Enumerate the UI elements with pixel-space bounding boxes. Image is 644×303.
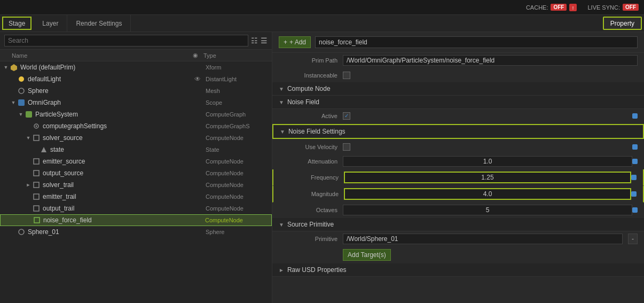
primitive-dash-btn[interactable]: - xyxy=(628,234,638,244)
use-velocity-row: Use Velocity xyxy=(272,140,644,154)
expand-icon xyxy=(25,193,32,200)
tree-row[interactable]: output_trail ComputeNode xyxy=(0,203,272,214)
section-raw-usd[interactable]: ► Raw USD Properties xyxy=(272,263,644,277)
tree-row[interactable]: Sphere Mesh xyxy=(0,85,272,97)
frequency-value-area xyxy=(344,172,631,183)
use-velocity-value-area xyxy=(343,143,632,151)
section-noise-field-settings[interactable]: ▼ Noise Field Settings xyxy=(272,124,644,139)
expand-icon[interactable]: ▼ xyxy=(10,99,17,106)
top-bar: CACHE: OFF ! LIVE SYNC: OFF xyxy=(0,0,644,15)
svg-rect-14 xyxy=(34,194,39,199)
tree-row[interactable]: ▼ World (defaultPrim) Xform xyxy=(0,61,272,73)
tree-row[interactable]: Sphere_01 Sphere xyxy=(0,226,272,238)
search-input[interactable] xyxy=(4,35,248,46)
prim-name-field[interactable] xyxy=(315,36,638,48)
eye-col[interactable]: 👁 xyxy=(190,75,206,83)
active-blue-dot xyxy=(632,113,638,119)
section-label: Noise Field Settings xyxy=(288,128,345,135)
frequency-label: Frequency xyxy=(280,174,344,181)
magnitude-input[interactable] xyxy=(344,188,631,200)
use-velocity-checkbox[interactable] xyxy=(343,143,350,151)
section-compute-node[interactable]: ▼ Compute Node xyxy=(272,82,644,96)
octaves-input[interactable] xyxy=(343,205,632,215)
tree-row[interactable]: output_source ComputeNode xyxy=(0,167,272,179)
expand-icon[interactable]: ▼ xyxy=(25,134,32,142)
livesync-value: OFF xyxy=(623,4,639,11)
use-velocity-label: Use Velocity xyxy=(279,144,343,150)
filter-icon[interactable]: ☷ xyxy=(251,36,258,45)
tree-row[interactable]: defaultLight 👁 DistantLight xyxy=(0,73,272,85)
plus-icon: + xyxy=(284,38,287,46)
instanceable-checkbox[interactable] xyxy=(343,72,350,79)
cache-icon: ! xyxy=(569,4,577,11)
expand-icon xyxy=(25,122,32,130)
attenuation-value-area xyxy=(343,156,632,167)
tree-row[interactable]: ▼ ParticleSystem ComputeGraph xyxy=(0,108,272,120)
tab-stage[interactable]: Stage xyxy=(2,17,32,30)
cache-label: CACHE: xyxy=(526,4,548,11)
primitive-label: Primitive xyxy=(279,236,343,242)
svg-point-4 xyxy=(19,88,24,94)
node-icon-graph xyxy=(17,98,26,107)
tree-row-selected[interactable]: noise_force_field ComputeNode xyxy=(0,214,272,226)
magnitude-value-area xyxy=(344,188,631,200)
section-label: Noise Field xyxy=(287,98,319,106)
svg-point-17 xyxy=(19,229,24,235)
collapse-icon: ► xyxy=(279,267,284,273)
property-panel: + + Add Prim Path Instanceable ▼ Compute… xyxy=(272,32,644,303)
section-source-primitive[interactable]: ▼ Source Primitive xyxy=(272,218,644,231)
node-name: Sphere_01 xyxy=(28,228,190,236)
svg-rect-12 xyxy=(34,170,39,176)
tree-row[interactable]: state State xyxy=(0,144,272,156)
eye-icon[interactable]: 👁 xyxy=(194,75,201,83)
node-icon-emitter-trail xyxy=(32,192,41,201)
octaves-label: Octaves xyxy=(279,207,343,213)
expand-icon[interactable]: ▼ xyxy=(2,64,10,71)
svg-rect-9 xyxy=(34,135,39,141)
type-col: ComputeNode xyxy=(206,158,270,165)
tree-row[interactable]: emitter_trail ComputeNode xyxy=(0,191,272,203)
type-col: ComputeNode xyxy=(206,135,270,141)
menu-icon[interactable]: ☰ xyxy=(261,36,268,45)
type-col: DistantLight xyxy=(206,76,270,82)
tree-row[interactable]: ▼ OmniGraph Scope xyxy=(0,97,272,108)
main-layout: ☷ ☰ Name ◉ Type ▼ World (defaultPrim) Xf… xyxy=(0,32,644,303)
svg-point-3 xyxy=(19,76,24,82)
tree-row[interactable]: computegraphSettings ComputeGraphS xyxy=(0,120,272,132)
expand-icon xyxy=(25,158,32,165)
attenuation-label: Attenuation xyxy=(279,158,343,165)
expand-icon xyxy=(32,146,40,153)
instanceable-row: Instanceable xyxy=(272,68,644,82)
tab-render-settings[interactable]: Render Settings xyxy=(67,15,131,32)
add-targets-value-area: Add Target(s) xyxy=(343,249,638,261)
add-button[interactable]: + + Add xyxy=(279,36,311,48)
type-col: Xform xyxy=(206,64,270,71)
type-col: ComputeNode xyxy=(206,182,270,188)
primitive-input[interactable] xyxy=(343,234,623,244)
add-targets-button[interactable]: Add Target(s) xyxy=(343,249,391,261)
type-col: Mesh xyxy=(206,88,270,94)
node-name: computegraphSettings xyxy=(43,122,190,130)
tree-row[interactable]: ▼ solver_source ComputeNode xyxy=(0,132,272,144)
tree-row[interactable]: emitter_source ComputeNode xyxy=(0,156,272,167)
node-name: output_trail xyxy=(43,205,190,212)
tree-body[interactable]: ▼ World (defaultPrim) Xform defaultLight… xyxy=(0,61,272,303)
prim-path-value-area xyxy=(343,55,638,66)
frequency-input[interactable] xyxy=(344,172,631,183)
active-checkbox[interactable] xyxy=(343,112,350,120)
type-col: ComputeNode xyxy=(206,193,270,200)
expand-icon xyxy=(25,169,32,177)
tree-row[interactable]: ► solver_trail ComputeNode xyxy=(0,179,272,191)
tab-layer[interactable]: Layer xyxy=(34,15,67,32)
instanceable-value-area xyxy=(343,72,638,79)
tab-property[interactable]: Property xyxy=(603,17,642,30)
attenuation-input[interactable] xyxy=(343,156,632,167)
section-noise-field[interactable]: ▼ Noise Field xyxy=(272,96,644,109)
attenuation-blue-dot xyxy=(632,159,638,164)
prim-path-input[interactable] xyxy=(343,55,638,66)
expand-icon[interactable]: ▼ xyxy=(17,111,25,118)
node-name: solver_trail xyxy=(43,181,190,189)
frequency-row: Frequency xyxy=(272,169,644,186)
expand-icon[interactable]: ► xyxy=(25,181,32,189)
node-name: output_source xyxy=(43,169,190,177)
